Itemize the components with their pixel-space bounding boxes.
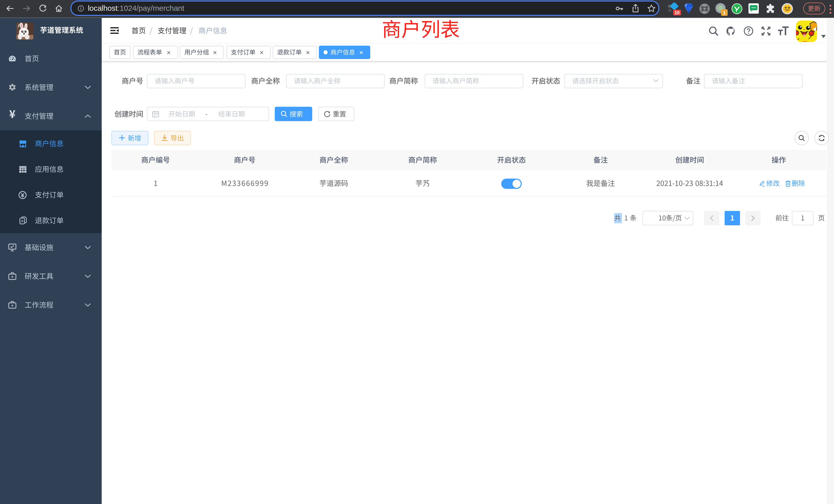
svg-text:1: 1 [723, 10, 726, 16]
svg-text:10: 10 [675, 10, 680, 15]
